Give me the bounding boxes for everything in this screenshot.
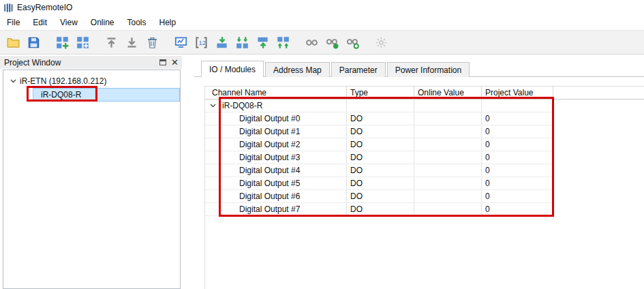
table-row[interactable]: Digital Output #1DO0 xyxy=(205,125,553,138)
project-window-panel: Project Window ✕ iR-ETN (192.168.0.212) … xyxy=(0,55,182,289)
table-row[interactable]: Digital Output #4DO0 xyxy=(205,164,553,177)
address-overview-icon[interactable]: 12 xyxy=(192,33,210,51)
tree-item-label: iR-DQ08-R xyxy=(41,90,81,100)
project-value-cell: 0 xyxy=(482,112,553,125)
menu-tools[interactable]: Tools xyxy=(122,16,152,29)
delete-icon[interactable] xyxy=(143,33,161,51)
table-rows: Digital Output #0DO0Digital Output #1DO0… xyxy=(205,112,644,216)
project-window-header: Project Window ✕ xyxy=(0,56,182,69)
type-cell: DO xyxy=(347,138,414,151)
project-value-cell: 0 xyxy=(482,164,553,177)
channel-name-cell: Digital Output #6 xyxy=(220,190,347,202)
toolbar-group xyxy=(102,33,161,51)
table-row[interactable]: Digital Output #3DO0 xyxy=(205,151,553,164)
online-value-cell xyxy=(414,190,482,202)
table-row[interactable]: Digital Output #0DO0 xyxy=(205,112,553,125)
open-project-icon[interactable] xyxy=(4,33,22,51)
toolbar-group: 12 xyxy=(172,33,292,51)
project-value-cell: 0 xyxy=(482,177,553,189)
menu-bar: File Edit View Online Tools Help xyxy=(0,15,644,30)
online-value-cell xyxy=(414,138,482,151)
row-gutter xyxy=(205,151,220,164)
table-row[interactable]: Digital Output #7DO0 xyxy=(205,203,553,216)
online-monitor-icon[interactable] xyxy=(172,33,189,51)
channel-name-cell: Digital Output #0 xyxy=(220,112,347,125)
title-bar: EasyRemoteIO xyxy=(0,0,644,15)
close-panel-icon[interactable]: ✕ xyxy=(171,59,179,66)
tab-bar: IO / ModulesAddress MapParameterPower In… xyxy=(201,61,471,77)
channel-name-cell: Digital Output #2 xyxy=(220,138,347,151)
online-value-cell xyxy=(414,100,482,112)
column-header-type[interactable]: Type xyxy=(347,87,414,99)
move-up-icon[interactable] xyxy=(102,33,120,51)
type-cell: DO xyxy=(347,190,414,202)
float-panel-icon[interactable] xyxy=(159,59,166,65)
channel-name-cell: Digital Output #5 xyxy=(220,177,347,189)
type-cell: DO xyxy=(347,164,414,177)
main-area: Project Window ✕ iR-ETN (192.168.0.212) … xyxy=(0,55,644,289)
save-project-icon[interactable] xyxy=(25,33,42,51)
window-title: EasyRemoteIO xyxy=(17,3,72,12)
application-window: EasyRemoteIO File Edit View Online Tools… xyxy=(0,0,644,289)
online-value-cell xyxy=(414,151,482,164)
type-cell: DO xyxy=(347,203,414,215)
menu-edit[interactable]: Edit xyxy=(27,16,52,29)
tree-item-module[interactable]: iR-DQ08-R xyxy=(3,88,180,102)
tab-address-map[interactable]: Address Map xyxy=(265,62,330,77)
move-down-icon[interactable] xyxy=(123,33,140,51)
read-device-icon[interactable] xyxy=(254,33,271,51)
column-header-online-value[interactable]: Online Value xyxy=(414,87,482,99)
online-value-cell xyxy=(414,177,482,189)
tree-item-gateway[interactable]: iR-ETN (192.168.0.212) xyxy=(3,74,180,88)
tree-item-label: iR-ETN (192.168.0.212) xyxy=(20,76,106,86)
online-value-cell xyxy=(414,203,482,215)
table-row[interactable]: Digital Output #2DO0 xyxy=(205,138,553,151)
row-gutter xyxy=(205,138,220,151)
project-value-cell: 0 xyxy=(482,203,553,215)
module-table: Channel Name Type Online Value Project V… xyxy=(204,86,644,289)
online-value-cell xyxy=(414,164,482,177)
project-value-cell: 0 xyxy=(482,138,553,151)
online-value-cell xyxy=(414,112,482,125)
write-all-devices-icon[interactable] xyxy=(233,33,251,51)
row-gutter xyxy=(205,164,220,177)
table-group-row[interactable]: iR-DQ08-R xyxy=(205,100,553,112)
menu-view[interactable]: View xyxy=(55,16,83,29)
tab-parameter[interactable]: Parameter xyxy=(331,62,386,77)
project-value-cell xyxy=(482,100,553,112)
connect-icon[interactable] xyxy=(323,33,341,51)
row-gutter xyxy=(205,177,220,189)
table-row[interactable]: Digital Output #5DO0 xyxy=(205,177,553,190)
gateway-settings-icon[interactable] xyxy=(372,33,390,51)
tab-power-information[interactable]: Power Information xyxy=(387,62,470,77)
channel-name-cell: Digital Output #7 xyxy=(220,203,347,215)
row-gutter xyxy=(205,112,220,125)
project-value-cell: 0 xyxy=(482,125,553,138)
type-cell: DO xyxy=(347,177,414,189)
row-gutter xyxy=(205,190,220,202)
chevron-down-icon[interactable] xyxy=(9,79,17,83)
project-tree: iR-ETN (192.168.0.212) iR-DQ08-R xyxy=(3,70,181,289)
table-row[interactable]: Digital Output #6DO0 xyxy=(205,190,553,203)
menu-online[interactable]: Online xyxy=(85,16,120,29)
menu-file[interactable]: File xyxy=(1,16,25,29)
scan-network-icon[interactable] xyxy=(303,33,320,51)
column-header-channel-name[interactable]: Channel Name xyxy=(205,87,347,99)
project-value-cell: 0 xyxy=(482,190,553,202)
disconnect-icon[interactable] xyxy=(343,33,361,51)
tab-io-modules[interactable]: IO / Modules xyxy=(201,61,264,77)
type-cell xyxy=(347,100,414,112)
column-header-project-value[interactable]: Project Value xyxy=(482,87,553,99)
add-device-icon[interactable] xyxy=(53,33,71,51)
expand-chevron-icon[interactable] xyxy=(205,100,220,112)
menu-help[interactable]: Help xyxy=(154,16,182,29)
module-detail-panel: IO / ModulesAddress MapParameterPower In… xyxy=(194,55,644,289)
toolbar: 12 xyxy=(0,30,644,55)
project-window-title: Project Window xyxy=(4,58,159,67)
toolbar-group xyxy=(4,33,42,51)
write-device-icon[interactable] xyxy=(213,33,230,51)
tab-content-io-modules: Channel Name Type Online Value Project V… xyxy=(194,76,644,289)
read-all-devices-icon[interactable] xyxy=(274,33,292,51)
add-module-icon[interactable] xyxy=(74,33,91,51)
row-gutter xyxy=(205,203,220,215)
